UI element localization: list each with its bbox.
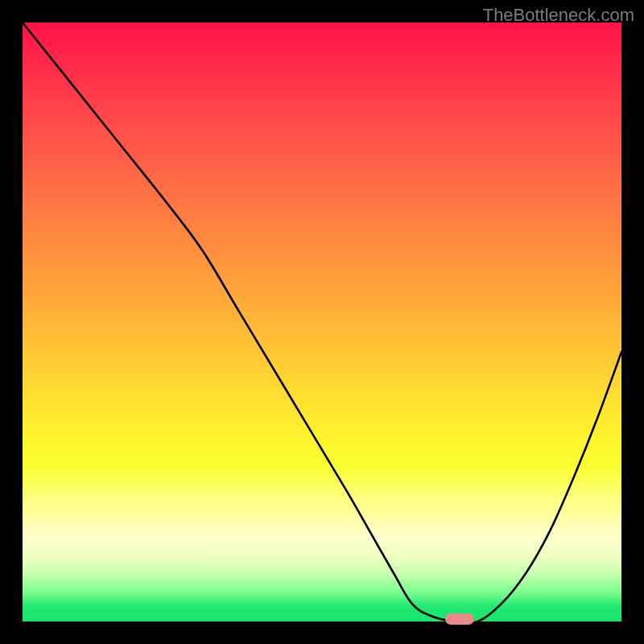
bottleneck-curve: [23, 23, 621, 621]
watermark-text: TheBottleneck.com: [483, 5, 634, 26]
minimum-marker: [445, 613, 474, 625]
plot-area: [23, 23, 621, 621]
curve-svg: [23, 23, 621, 621]
